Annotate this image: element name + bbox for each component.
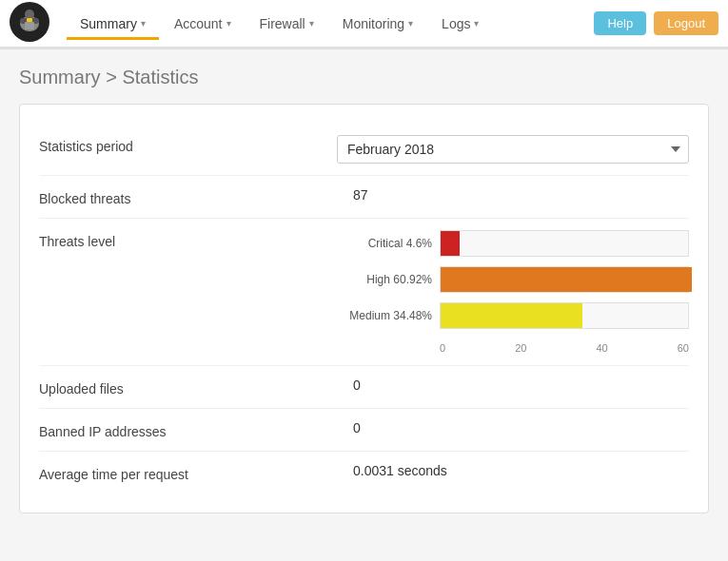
period-row: Statistics period February 2018 (39, 124, 689, 176)
chart-x-axis: 0 20 40 60 (440, 339, 689, 354)
page-content: Summary > Statistics Statistics period F… (0, 49, 728, 531)
bar-medium-label: Medium 34.48% (337, 309, 432, 322)
nav-summary-label: Summary (80, 16, 137, 31)
uploaded-row: Uploaded files 0 (39, 366, 689, 409)
banned-row: Banned IP addresses 0 (39, 409, 689, 452)
x-tick-40: 40 (596, 342, 607, 354)
nav-account[interactable]: Account ▾ (161, 10, 245, 40)
chart-bar-high: High 60.92% (337, 266, 689, 293)
x-tick-60: 60 (678, 342, 689, 354)
svg-rect-4 (25, 22, 34, 29)
nav-firewall[interactable]: Firewall ▾ (246, 10, 327, 40)
blocked-row: Blocked threats 87 (39, 176, 689, 219)
nav-actions: Help Logout (594, 11, 718, 35)
threats-row: Threats level Critical 4.6% High 60.92% (39, 219, 689, 366)
bar-medium-fill (441, 303, 582, 328)
breadcrumb-current: Statistics (122, 67, 198, 87)
bar-critical-label: Critical 4.6% (337, 237, 432, 250)
blocked-label: Blocked threats (39, 187, 353, 206)
navbar: Summary ▾ Account ▾ Firewall ▾ Monitorin… (0, 0, 728, 49)
breadcrumb: Summary > Statistics (19, 67, 709, 88)
period-label: Statistics period (39, 135, 337, 154)
nav-monitoring-caret: ▾ (408, 18, 413, 29)
bar-critical-fill (441, 231, 460, 256)
breadcrumb-root: Summary (19, 67, 101, 87)
nav-summary-caret: ▾ (141, 18, 146, 29)
banned-label: Banned IP addresses (39, 420, 353, 439)
avg-label: Average time per request (39, 463, 353, 482)
nav-account-caret: ▾ (226, 18, 231, 29)
nav-account-label: Account (174, 16, 223, 31)
nav-logs-caret: ▾ (474, 18, 479, 29)
bar-high-fill (441, 267, 692, 292)
threats-label: Threats level (39, 230, 337, 249)
avg-value: 0.0031 seconds (353, 463, 689, 478)
threats-chart: Critical 4.6% High 60.92% Medium 34.48% (337, 230, 689, 354)
brand-icon (10, 2, 49, 42)
logout-button[interactable]: Logout (654, 11, 718, 35)
bar-high-label: High 60.92% (337, 273, 432, 286)
period-value: February 2018 (337, 135, 689, 164)
nav-monitoring-label: Monitoring (343, 16, 404, 31)
nav-firewall-label: Firewall (260, 16, 305, 31)
svg-point-3 (25, 10, 34, 19)
help-button[interactable]: Help (594, 11, 646, 35)
nav-menu: Summary ▾ Account ▾ Firewall ▾ Monitorin… (67, 10, 594, 37)
x-tick-0: 0 (440, 342, 445, 354)
nav-firewall-caret: ▾ (309, 18, 314, 29)
bar-medium-track (440, 302, 689, 329)
bar-critical-track (440, 230, 689, 257)
brand-logo (10, 2, 52, 45)
nav-logs-label: Logs (442, 16, 470, 31)
banned-value: 0 (353, 420, 689, 435)
breadcrumb-separator: > (106, 67, 122, 87)
uploaded-value: 0 (353, 377, 689, 393)
nav-monitoring[interactable]: Monitoring ▾ (329, 10, 426, 40)
stats-card: Statistics period February 2018 Blocked … (19, 104, 709, 513)
nav-summary[interactable]: Summary ▾ (67, 10, 159, 40)
bar-high-track (440, 266, 689, 293)
logo-svg (12, 5, 47, 39)
chart-wrapper: Critical 4.6% High 60.92% Medium 34.48% (337, 230, 689, 354)
svg-rect-5 (27, 18, 32, 22)
period-select[interactable]: February 2018 (337, 135, 689, 164)
chart-bar-critical: Critical 4.6% (337, 230, 689, 257)
chart-bar-medium: Medium 34.48% (337, 302, 689, 329)
x-tick-20: 20 (515, 342, 526, 354)
avg-row: Average time per request 0.0031 seconds (39, 452, 689, 493)
uploaded-label: Uploaded files (39, 377, 353, 397)
blocked-value: 87 (353, 187, 689, 203)
nav-logs[interactable]: Logs ▾ (428, 10, 492, 40)
